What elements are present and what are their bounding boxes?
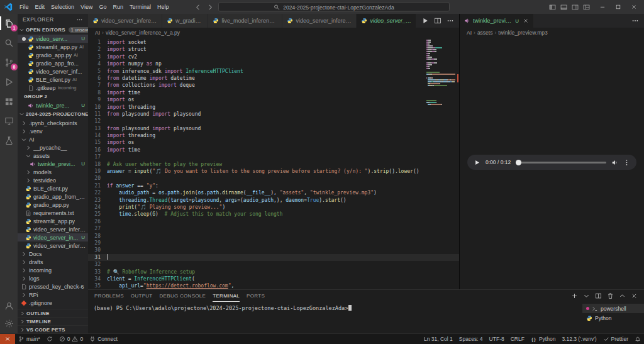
panel-tab-ports[interactable]: PORTS xyxy=(247,290,265,302)
menu-help[interactable]: Help xyxy=(154,3,172,11)
navigate-forward-icon[interactable] xyxy=(206,3,214,11)
menu-view[interactable]: View xyxy=(77,3,96,11)
tree-folder-models[interactable]: models xyxy=(18,168,88,176)
maximize-panel-icon[interactable] xyxy=(619,292,626,299)
activity-testing[interactable] xyxy=(0,135,18,146)
menu-selection[interactable]: Selection xyxy=(48,3,77,11)
tree-folder--venv[interactable]: .venv xyxy=(18,127,88,135)
tree-file-gradio-app-py[interactable]: gradio_app.py xyxy=(18,201,88,209)
window-minimize[interactable] xyxy=(594,0,610,14)
run-python-file-icon[interactable] xyxy=(421,17,429,25)
menu-terminal[interactable]: Terminal xyxy=(126,3,154,11)
eol[interactable]: CRLF xyxy=(508,334,528,344)
open-editor-item[interactable]: twinkle_pre...U xyxy=(18,101,88,109)
tree-file-pressed-key-check-6[interactable]: pressed_key_check-6 xyxy=(18,282,88,291)
tree-folder-drafts[interactable]: drafts xyxy=(18,258,88,266)
open-editor-item[interactable]: .gitkeepincoming xyxy=(18,84,88,92)
terminal-list-item[interactable]: powershell xyxy=(582,304,644,313)
audio-player[interactable]: 0:00 / 0:12 xyxy=(467,155,636,170)
open-editor-item[interactable]: BLE_client.pyAI xyxy=(18,75,88,84)
more-actions-icon[interactable] xyxy=(447,17,454,25)
notifications[interactable] xyxy=(631,334,644,344)
split-terminal-icon[interactable] xyxy=(595,292,602,299)
terminal-output[interactable]: (base) PS C:\Users\adalo\projectone\2024… xyxy=(88,302,582,333)
terminal-list-item[interactable]: Python xyxy=(582,313,644,323)
close-panel-icon[interactable] xyxy=(631,292,638,299)
open-editor-item[interactable]: gradio_app_fro... xyxy=(18,59,88,67)
split-editor-icon[interactable] xyxy=(434,17,441,25)
panel-tab-debug-console[interactable]: DEBUG CONSOLE xyxy=(160,290,206,302)
menu-run[interactable]: Run xyxy=(109,3,126,11)
activity-extensions[interactable] xyxy=(0,96,18,107)
sync-changes[interactable] xyxy=(43,334,56,344)
open-editor-item[interactable]: gradio_app.pyAI xyxy=(18,51,88,59)
tab-video-server-inference-py[interactable]: video_server_inference.py xyxy=(88,14,162,28)
breadcrumb-item[interactable]: AI xyxy=(467,30,472,36)
tree-file-ble-client-py[interactable]: BLE_client.py xyxy=(18,184,88,192)
minimap[interactable] xyxy=(426,40,455,105)
language-mode[interactable]: {}Python xyxy=(528,334,558,344)
tree-file-video-server-inferen-[interactable]: video_server_inferen... xyxy=(18,241,88,250)
play-icon[interactable] xyxy=(474,159,480,166)
activity-remote-explorer[interactable] xyxy=(0,115,18,126)
tree-file-video-server-inferen-[interactable]: video_server_inferen... xyxy=(18,225,88,233)
section-outline[interactable]: OUTLINE xyxy=(18,309,88,317)
activity-explorer[interactable]: 1 xyxy=(0,18,18,29)
breadcrumb-item[interactable]: video_server_inference_v_a.py xyxy=(106,30,180,36)
new-terminal-icon[interactable] xyxy=(571,292,578,299)
menu-edit[interactable]: Edit xyxy=(32,3,48,11)
panel-tab-terminal[interactable]: TERMINAL xyxy=(213,290,240,302)
more-actions-icon[interactable] xyxy=(631,17,639,25)
activity-manage[interactable] xyxy=(0,318,18,328)
activity-search[interactable] xyxy=(0,37,18,48)
tab-video-server-in-[interactable]: video_server_in... xyxy=(357,14,416,28)
panel-tab-problems[interactable]: PROBLEMS xyxy=(94,290,124,302)
connect[interactable]: Connect xyxy=(86,334,121,344)
menu-file[interactable]: File xyxy=(16,3,32,11)
window-maximize[interactable] xyxy=(610,0,626,14)
audio-seek-slider[interactable] xyxy=(516,162,606,164)
terminal-dropdown-icon[interactable] xyxy=(583,292,590,299)
encoding[interactable]: UTF-8 xyxy=(486,334,508,344)
tab-twinkle-preview-mp3[interactable]: twinkle_preview.mp3U xyxy=(460,14,534,28)
toggle-primary-sidebar-icon[interactable] xyxy=(549,4,556,11)
open-editor-item[interactable]: video_serv...U xyxy=(18,35,88,43)
tree-folder-ai[interactable]: AI xyxy=(18,135,88,143)
tab-w-gradio-py[interactable]: w_gradio.py xyxy=(162,14,208,28)
sidebar-more-actions-icon[interactable] xyxy=(76,16,83,23)
section-timeline[interactable]: TIMELINE xyxy=(18,317,88,325)
tree-folder-testvideo[interactable]: testvideo xyxy=(18,176,88,184)
activity-source-control[interactable]: 8 xyxy=(0,57,18,68)
tree-folder-rpi[interactable]: RPi xyxy=(18,291,88,299)
cursor-position[interactable]: Ln 31, Col 1 xyxy=(421,334,456,344)
breadcrumb-item[interactable]: assets xyxy=(477,30,493,36)
tree-folder-assets[interactable]: assets xyxy=(18,152,88,160)
git-branch[interactable]: main* xyxy=(15,334,43,344)
tab-live-model-inference-py[interactable]: live_model_inference.py xyxy=(208,14,282,28)
toggle-panel-icon[interactable] xyxy=(560,4,567,11)
tree-file-requirements-txt[interactable]: requirements.txt xyxy=(18,209,88,217)
open-editor-item[interactable]: streamlit_app.pyAI xyxy=(18,43,88,51)
indentation[interactable]: Spaces: 4 xyxy=(456,334,486,344)
tree-file--gitignore[interactable]: .gitignore xyxy=(18,299,88,307)
open-editor-item[interactable]: video_server_inf... xyxy=(18,67,88,75)
tree-file-gradio-app-from-str-[interactable]: gradio_app_from_str... xyxy=(18,192,88,201)
workspace-header[interactable]: 2024-2025-PROJECTONE-... xyxy=(18,109,88,119)
tree-folder-logs[interactable]: logs xyxy=(18,274,88,282)
audio-more-icon[interactable] xyxy=(623,159,630,166)
tree-folder--pycache-[interactable]: __pycache__ xyxy=(18,143,88,152)
section-vs-code-pets[interactable]: VS CODE PETS xyxy=(18,325,88,333)
breadcrumb-item[interactable]: AI xyxy=(95,30,100,36)
activity-accounts[interactable] xyxy=(0,301,18,311)
tree-file-twinkle-previ-[interactable]: twinkle_previ...U xyxy=(18,160,88,168)
prettier[interactable]: Prettier xyxy=(600,334,631,344)
python-interpreter[interactable]: 3.12.3 ('.venv') xyxy=(558,334,599,344)
tree-file-video-server-in-[interactable]: video_server_in...U xyxy=(18,233,88,241)
toggle-secondary-sidebar-icon[interactable] xyxy=(572,4,579,11)
remote-indicator[interactable] xyxy=(0,334,15,344)
window-close[interactable] xyxy=(626,0,641,14)
navigate-back-icon[interactable] xyxy=(194,3,202,11)
tree-file-streamlit-app-py[interactable]: streamlit_app.py xyxy=(18,217,88,225)
menu-go[interactable]: Go xyxy=(96,3,109,11)
tab-video-server-inference-v-py[interactable]: video_server_inference_v.py xyxy=(282,14,357,28)
